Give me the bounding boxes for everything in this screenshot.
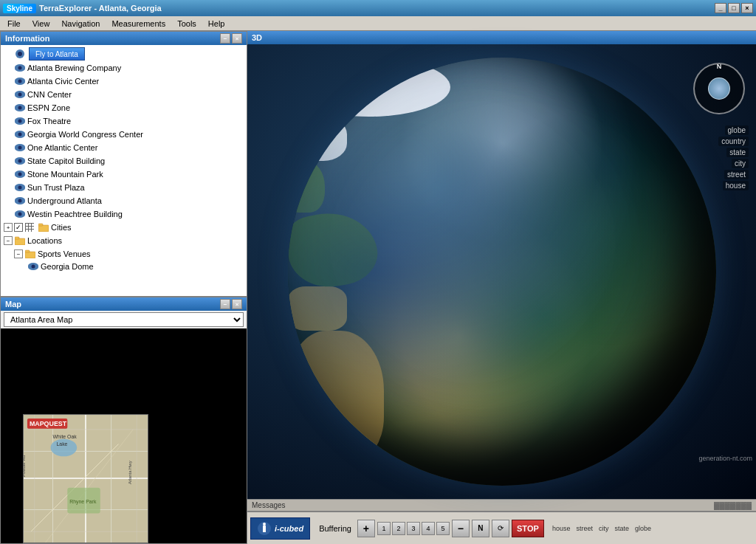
info-panel-close[interactable]: × — [232, 33, 242, 44]
view-header: 3D — [247, 31, 756, 44]
info-panel-title: Information — [5, 34, 50, 43]
close-button[interactable]: × — [741, 3, 753, 13]
eye-icon-fox — [14, 115, 26, 127]
eye-icon-stone — [14, 168, 26, 180]
zoom-5-button[interactable]: 5 — [436, 522, 450, 535]
globe-edge — [288, 58, 716, 486]
zoom-4-button[interactable]: 4 — [422, 522, 435, 535]
tree-item-espn[interactable]: ESPN Zone — [1, 101, 247, 114]
scale-city: city — [732, 159, 749, 168]
tree-item-brewing[interactable]: Atlanta Brewing Company — [1, 61, 247, 75]
info-panel: Information − × Fly to Atlanta Atlan — [0, 31, 247, 297]
zoom-3-button[interactable]: 3 — [407, 522, 420, 535]
cities-item[interactable]: + Cities — [1, 221, 247, 234]
tilt-button[interactable]: ⟳ — [492, 520, 509, 537]
cities-expand[interactable]: + — [4, 223, 13, 232]
map-thumbnail: White Oak Lake Rhyne Park Powder Rd Atla… — [23, 414, 148, 543]
map-panel-title: Map — [5, 300, 21, 309]
scale-street: street — [724, 170, 749, 179]
fly-to-atlanta-item[interactable]: Fly to Atlanta — [1, 45, 247, 61]
generation-nt-logo: generation-nt.com — [698, 455, 752, 462]
map-panel-close[interactable]: × — [232, 299, 242, 309]
info-panel-header: Information − × — [1, 32, 247, 45]
tree-item-cnn[interactable]: CNN Center — [1, 88, 247, 101]
cities-label: Cities — [51, 223, 72, 232]
eye-icon-underground — [14, 195, 26, 207]
scale-state: state — [726, 148, 749, 157]
tree-item-oac[interactable]: One Atlantic Center — [1, 141, 247, 154]
map-panel: Map − × Atlanta Area Map — [0, 297, 247, 544]
menu-file[interactable]: File — [1, 18, 27, 30]
zoom-in-button[interactable]: + — [357, 520, 375, 537]
georgia-dome-item[interactable]: Georgia Dome — [1, 261, 247, 272]
eye-icon-oac — [14, 142, 26, 154]
menu-help[interactable]: Help — [202, 18, 231, 30]
svg-rect-2 — [38, 225, 49, 232]
left-panel: Information − × Fly to Atlanta Atlan — [0, 31, 247, 544]
cities-grid-icon — [24, 221, 36, 233]
north-button[interactable]: N — [472, 520, 489, 537]
compass: N — [693, 63, 745, 114]
zoom-scale: globe country state city street house — [718, 125, 749, 190]
sports-venues-item[interactable]: − Sports Venues — [1, 247, 247, 261]
title-controls[interactable]: _ □ × — [715, 3, 753, 13]
zoom-label-street: street — [574, 524, 595, 533]
tree-item-westin[interactable]: Westin Peachtree Building — [1, 207, 247, 221]
app-title: TerraExplorer - Atlanta, Georgia — [39, 4, 162, 13]
map-content: White Oak Lake Rhyne Park Powder Rd Atla… — [1, 328, 247, 543]
eye-icon-dome — [27, 261, 39, 272]
svg-point-32 — [263, 523, 266, 526]
fly-to-atlanta-button[interactable]: Fly to Atlanta — [29, 47, 85, 61]
tree-item-fox[interactable]: Fox Theatre — [1, 114, 247, 128]
info-content[interactable]: Fly to Atlanta Atlanta Brewing Company A… — [1, 45, 247, 274]
svg-text:White Oak: White Oak — [53, 434, 78, 439]
zoom-2-button[interactable]: 2 — [392, 522, 405, 535]
tree-item-underground[interactable]: Underground Atlanta — [1, 194, 247, 207]
tree-item-capitol[interactable]: State Capitol Building — [1, 154, 247, 168]
sports-venues-expand[interactable]: − — [14, 249, 23, 258]
locations-expand[interactable]: − — [4, 236, 13, 245]
sports-folder-icon — [24, 248, 36, 260]
locations-item[interactable]: − Locations — [1, 234, 247, 247]
menu-measurements[interactable]: Measurements — [106, 18, 171, 30]
svg-text:Powder Rd: Powder Rd — [24, 455, 26, 477]
svg-point-1 — [18, 52, 22, 56]
eye-icon-capitol — [14, 155, 26, 167]
tree-item-suntrust[interactable]: Sun Trust Plaza — [1, 181, 247, 194]
tree-item-gwcc[interactable]: Georgia World Congress Center — [1, 128, 247, 141]
stop-button[interactable]: STOP — [512, 520, 544, 537]
zoom-label-city: city — [597, 524, 611, 533]
messages-bar: Messages ▓▓▓▓▓▓▓ — [247, 499, 756, 511]
eye-icon-cnn — [14, 89, 26, 100]
eye-icon-espn — [14, 102, 26, 114]
tree-item-stone[interactable]: Stone Mountain Park — [1, 168, 247, 181]
tree-item-civic[interactable]: Atlanta Civic Center — [1, 75, 247, 88]
svg-rect-5 — [15, 237, 19, 239]
locations-folder-icon — [14, 235, 26, 247]
i-cubed-logo: i-cubed — [250, 517, 310, 540]
map-panel-resize[interactable]: − — [220, 299, 230, 309]
cities-checkbox[interactable] — [14, 223, 23, 232]
menu-navigation[interactable]: Navigation — [55, 18, 106, 30]
buffering-section: Buffering + 1 2 3 4 5 − N ⟳ STOP — [313, 520, 753, 537]
menu-tools[interactable]: Tools — [171, 18, 202, 30]
view-3d-title: 3D — [252, 33, 262, 42]
menu-view[interactable]: View — [27, 18, 56, 30]
maximize-button[interactable]: □ — [728, 3, 740, 13]
map-panel-header: Map − × — [1, 297, 247, 311]
info-panel-resize[interactable]: − — [220, 33, 230, 44]
svg-text:Atlanta Hwy: Atlanta Hwy — [128, 461, 132, 484]
zoom-1-button[interactable]: 1 — [377, 522, 391, 535]
title-bar: Skyline TerraExplorer - Atlanta, Georgia… — [0, 0, 756, 16]
eye-icon-gwcc — [14, 128, 26, 140]
main-layout: Information − × Fly to Atlanta Atlan — [0, 31, 756, 544]
buffering-label: Buffering — [319, 524, 351, 533]
map-dropdown[interactable]: Atlanta Area Map — [4, 312, 244, 327]
svg-rect-31 — [263, 526, 266, 532]
zoom-numbers: 1 2 3 4 5 — [377, 522, 450, 535]
status-bar: i-cubed Buffering + 1 2 3 4 5 − N ⟳ — [247, 511, 756, 544]
globe — [288, 58, 716, 486]
zoom-out-button[interactable]: − — [452, 520, 470, 537]
minimize-button[interactable]: _ — [715, 3, 726, 13]
locations-label: Locations — [27, 236, 62, 245]
